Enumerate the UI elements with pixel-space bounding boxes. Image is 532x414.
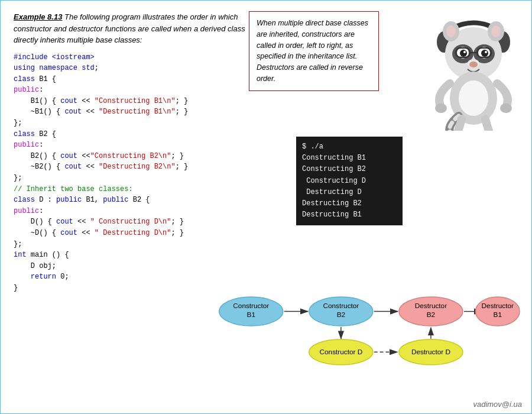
- example-title: Example 8.13 The following program illus…: [14, 11, 262, 46]
- code-block: #include <iostream> using namespace std;…: [14, 52, 226, 294]
- svg-text:Destructor D: Destructor D: [411, 348, 450, 355]
- svg-point-5: [446, 25, 456, 37]
- svg-text:Constructor: Constructor: [233, 302, 269, 309]
- svg-text:Constructor D: Constructor D: [320, 348, 363, 355]
- example-label: Example 8.13: [14, 12, 62, 21]
- svg-text:Destructor: Destructor: [415, 302, 447, 309]
- svg-point-13: [463, 51, 466, 53]
- svg-text:B1: B1: [247, 310, 255, 318]
- terminal-line: Destructing D: [302, 187, 397, 198]
- terminal-line: Destructing B2: [302, 198, 397, 209]
- note-text: When multiple direct base classes are in…: [257, 19, 368, 83]
- terminal-line: $ ./a: [302, 141, 397, 153]
- svg-point-19: [469, 62, 478, 67]
- svg-point-12: [481, 50, 488, 57]
- svg-point-6: [491, 25, 501, 37]
- page: Example 8.13 The following program illus…: [1, 1, 532, 414]
- flow-diagram: Constructor B1 Constructor B2 Destructor…: [213, 290, 521, 367]
- terminal-line: Destructing B1: [302, 209, 397, 221]
- svg-text:B1: B1: [494, 310, 502, 318]
- raccoon-image: [426, 7, 521, 125]
- terminal-line: Constructing B2: [302, 164, 397, 175]
- svg-point-14: [485, 51, 487, 53]
- svg-point-21: [459, 80, 488, 116]
- watermark: vadimov@i.ua: [473, 400, 522, 409]
- terminal-line: Constructing B1: [302, 153, 397, 164]
- svg-text:B2: B2: [427, 310, 435, 318]
- terminal-output: $ ./a Constructing B1 Constructing B2 Co…: [296, 137, 403, 225]
- svg-text:Constructor: Constructor: [323, 302, 359, 309]
- svg-text:B2: B2: [337, 310, 345, 318]
- svg-point-11: [460, 50, 467, 57]
- note-box: When multiple direct base classes are in…: [249, 11, 379, 91]
- svg-point-23: [500, 104, 512, 113]
- svg-point-22: [435, 104, 447, 113]
- svg-text:Destructor: Destructor: [482, 302, 514, 309]
- terminal-line: Constructing D: [302, 176, 397, 187]
